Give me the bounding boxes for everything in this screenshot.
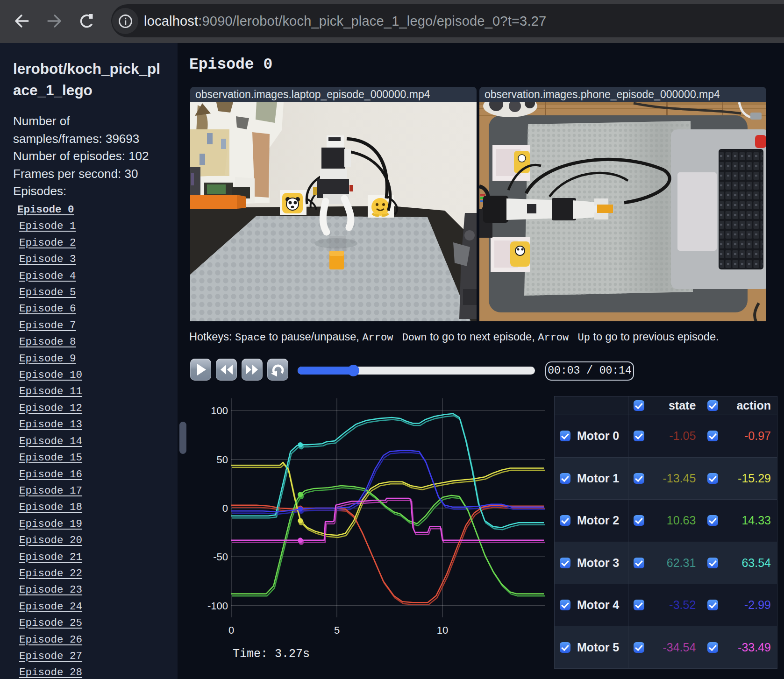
svg-text:Time: 3.27s: Time: 3.27s [233, 647, 310, 661]
svg-text:0: 0 [222, 502, 228, 514]
svg-text:0: 0 [228, 624, 234, 636]
svg-text:100: 100 [211, 405, 228, 417]
svg-text:10: 10 [437, 624, 448, 636]
svg-text:50: 50 [217, 454, 228, 466]
svg-text:-50: -50 [213, 551, 228, 563]
svg-text:-100: -100 [207, 600, 228, 612]
svg-text:5: 5 [334, 624, 340, 636]
